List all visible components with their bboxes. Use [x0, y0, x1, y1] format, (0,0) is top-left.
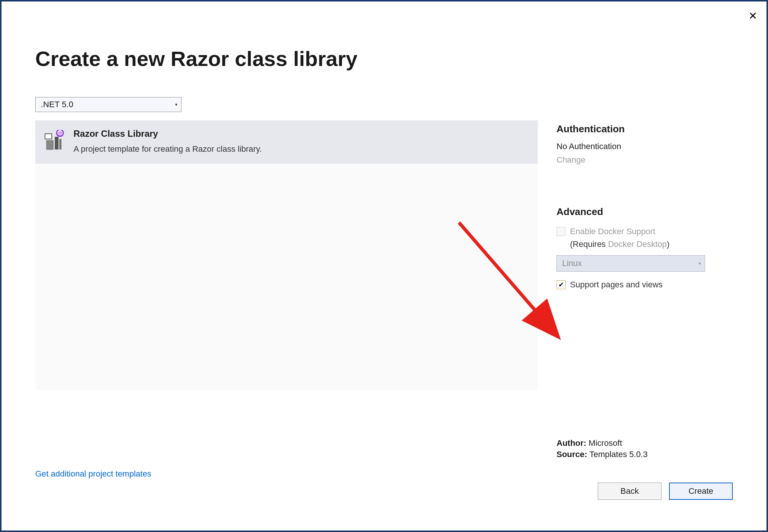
- svg-rect-0: [45, 134, 52, 139]
- template-item-razor-class-library[interactable]: @ Razor Class Library A project template…: [35, 120, 538, 164]
- create-button[interactable]: Create: [669, 483, 733, 500]
- advanced-section: Advanced Enable Docker Support (Requires…: [556, 206, 733, 290]
- razor-library-icon: @: [44, 130, 65, 151]
- svg-text:@: @: [58, 130, 63, 136]
- support-pages-views-row[interactable]: ✔ Support pages and views: [556, 280, 733, 290]
- docker-os-dropdown: Linux ▾: [556, 255, 705, 272]
- support-pages-views-checkbox[interactable]: ✔: [556, 280, 566, 289]
- dialog-buttons: Back Create: [598, 483, 733, 500]
- authentication-heading: Authentication: [556, 123, 733, 135]
- content-row: @ Razor Class Library A project template…: [35, 120, 733, 390]
- page-title: Create a new Razor class library: [35, 46, 733, 71]
- template-description: A project template for creating a Razor …: [74, 144, 262, 154]
- close-icon[interactable]: ✕: [748, 11, 757, 21]
- svg-rect-3: [59, 139, 62, 149]
- chevron-down-icon: ▾: [699, 261, 701, 266]
- template-list-panel: @ Razor Class Library A project template…: [35, 120, 538, 390]
- framework-dropdown[interactable]: .NET 5.0 ▾: [35, 97, 182, 112]
- enable-docker-label: Enable Docker Support: [570, 227, 655, 236]
- template-text: Razor Class Library A project template f…: [74, 129, 262, 154]
- source-value-text: Templates 5.0.3: [590, 450, 648, 459]
- enable-docker-checkbox: [556, 227, 566, 236]
- docker-os-selected-value: Linux: [562, 259, 582, 268]
- requires-suffix: ): [667, 239, 669, 249]
- authentication-value: No Authentication: [556, 142, 733, 151]
- docker-requires-text: (Requires Docker Desktop): [570, 239, 733, 249]
- chevron-down-icon: ▾: [175, 102, 177, 107]
- source-line: Source: Templates 5.0.3: [556, 450, 648, 459]
- template-name: Razor Class Library: [74, 129, 262, 139]
- support-pages-views-label: Support pages and views: [570, 280, 663, 290]
- side-panel: Authentication No Authentication Change …: [556, 120, 733, 390]
- framework-selected-value: .NET 5.0: [41, 100, 73, 109]
- author-label: Author:: [556, 438, 586, 448]
- requires-prefix: (Requires: [570, 239, 608, 249]
- source-label: Source:: [556, 450, 587, 459]
- enable-docker-row: Enable Docker Support: [556, 227, 733, 236]
- get-additional-templates-link[interactable]: Get additional project templates: [35, 469, 151, 479]
- change-authentication-link: Change: [556, 155, 585, 165]
- author-line: Author: Microsoft: [556, 438, 648, 448]
- svg-rect-2: [55, 137, 58, 149]
- back-button[interactable]: Back: [598, 483, 662, 500]
- template-metadata: Author: Microsoft Source: Templates 5.0.…: [556, 438, 648, 461]
- svg-rect-1: [46, 140, 53, 149]
- advanced-heading: Advanced: [556, 206, 733, 218]
- docker-desktop-link: Docker Desktop: [608, 239, 667, 249]
- checkmark-icon: ✔: [558, 281, 564, 288]
- dialog-window: ✕ Create a new Razor class library .NET …: [0, 0, 768, 532]
- author-value-text: Microsoft: [589, 438, 622, 448]
